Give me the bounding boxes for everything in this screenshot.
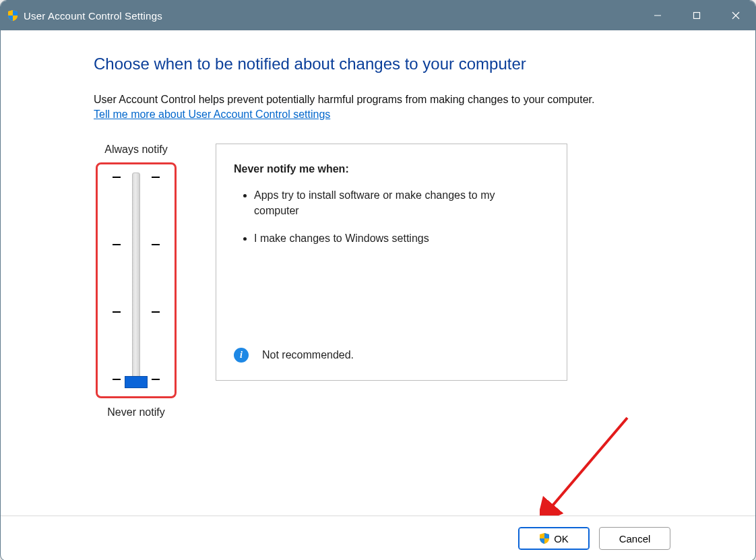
window-body: Choose when to be notified about changes… bbox=[1, 30, 755, 560]
notification-slider[interactable] bbox=[132, 173, 140, 388]
close-icon bbox=[732, 11, 740, 20]
maximize-button[interactable] bbox=[677, 1, 716, 30]
window-title: User Account Control Settings bbox=[24, 10, 162, 22]
svg-line-4 bbox=[550, 418, 627, 509]
slider-label-never: Never notify bbox=[94, 406, 179, 418]
uac-settings-window: User Account Control Settings Choose whe… bbox=[0, 0, 756, 560]
dialog-button-bar: OK Cancel bbox=[1, 516, 755, 560]
list-item: Apps try to install software or make cha… bbox=[254, 187, 549, 218]
level-description-list: Apps try to install software or make cha… bbox=[234, 187, 549, 247]
slider-column: Always notify Never notify bbox=[94, 144, 179, 418]
window-buttons bbox=[638, 1, 755, 30]
level-description-panel: Never notify me when: Apps try to instal… bbox=[216, 144, 567, 381]
page-heading: Choose when to be notified about changes… bbox=[94, 55, 661, 73]
slider-label-always: Always notify bbox=[94, 144, 179, 156]
status-text: Not recommended. bbox=[262, 349, 354, 361]
svg-rect-1 bbox=[694, 13, 700, 19]
ok-button[interactable]: OK bbox=[518, 527, 590, 550]
cancel-button[interactable]: Cancel bbox=[599, 527, 670, 550]
level-description-title: Never notify me when: bbox=[234, 163, 549, 175]
notification-slider-highlight bbox=[96, 162, 177, 398]
info-icon: i bbox=[234, 348, 249, 363]
window-titlebar: User Account Control Settings bbox=[1, 1, 755, 30]
ok-button-label: OK bbox=[554, 533, 569, 545]
status-row: i Not recommended. bbox=[234, 348, 354, 363]
shield-icon bbox=[7, 10, 18, 21]
maximize-icon bbox=[693, 11, 701, 20]
minimize-button[interactable] bbox=[638, 1, 677, 30]
help-link[interactable]: Tell me more about User Account Control … bbox=[94, 108, 330, 121]
list-item: I make changes to Windows settings bbox=[254, 230, 549, 246]
annotation-arrow bbox=[540, 414, 634, 516]
close-button[interactable] bbox=[716, 1, 755, 30]
intro-text: User Account Control helps prevent poten… bbox=[94, 94, 661, 106]
slider-thumb[interactable] bbox=[125, 376, 148, 388]
cancel-button-label: Cancel bbox=[619, 533, 651, 545]
minimize-icon bbox=[654, 11, 662, 20]
shield-icon bbox=[539, 533, 550, 544]
